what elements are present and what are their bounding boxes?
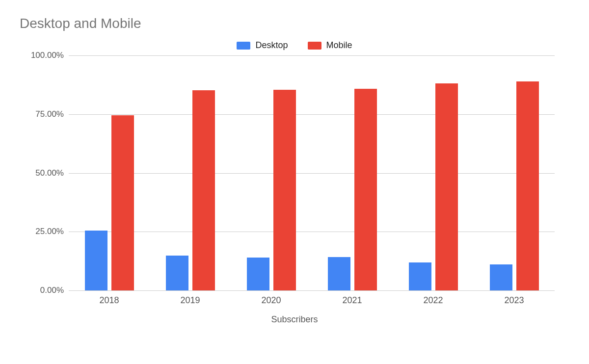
y-tick-label: 75.00%: [20, 109, 64, 119]
legend-item-mobile[interactable]: Mobile: [308, 40, 352, 51]
bar-desktop[interactable]: [490, 264, 512, 290]
bar-group: 2019: [150, 55, 231, 290]
y-tick-label: 100.00%: [20, 51, 64, 60]
x-tick-label: 2023: [474, 290, 555, 306]
bar-mobile[interactable]: [273, 90, 296, 290]
bar-group: 2023: [474, 55, 555, 290]
bar-desktop[interactable]: [85, 231, 107, 290]
y-tick-label: 0.00%: [20, 286, 64, 295]
bar-desktop[interactable]: [328, 257, 350, 290]
bar-desktop[interactable]: [409, 262, 431, 290]
x-tick-label: 2022: [393, 290, 474, 306]
bar-group: 2020: [231, 55, 312, 290]
x-axis-label: Subscribers: [20, 314, 569, 325]
bar-mobile[interactable]: [435, 83, 458, 290]
legend-swatch-mobile: [308, 42, 321, 50]
y-tick-label: 50.00%: [20, 168, 64, 178]
bar-desktop[interactable]: [247, 258, 269, 290]
x-tick-label: 2019: [150, 290, 231, 306]
bar-mobile[interactable]: [111, 115, 134, 290]
x-tick-label: 2018: [69, 290, 150, 306]
bar-group: 2021: [312, 55, 393, 290]
plot-grid: 0.00%25.00%50.00%75.00%100.00%2018201920…: [69, 55, 555, 291]
plot-area: 0.00%25.00%50.00%75.00%100.00%2018201920…: [69, 55, 555, 291]
bar-group: 2022: [393, 55, 474, 290]
bar-mobile[interactable]: [354, 89, 377, 290]
legend: Desktop Mobile: [20, 40, 569, 51]
x-tick-label: 2021: [312, 290, 393, 306]
legend-item-desktop[interactable]: Desktop: [237, 40, 288, 51]
x-tick-label: 2020: [231, 290, 312, 306]
legend-label-mobile: Mobile: [326, 40, 352, 51]
bar-desktop[interactable]: [166, 256, 188, 290]
y-tick-label: 25.00%: [20, 227, 64, 236]
chart-title: Desktop and Mobile: [20, 16, 569, 31]
legend-swatch-desktop: [237, 42, 250, 50]
bar-mobile[interactable]: [516, 81, 539, 290]
legend-label-desktop: Desktop: [255, 40, 288, 51]
bar-mobile[interactable]: [192, 90, 215, 290]
bars-layer: 201820192020202120222023: [69, 55, 555, 290]
chart-container: Desktop and Mobile Desktop Mobile 0.00%2…: [0, 0, 589, 364]
bar-group: 2018: [69, 55, 150, 290]
